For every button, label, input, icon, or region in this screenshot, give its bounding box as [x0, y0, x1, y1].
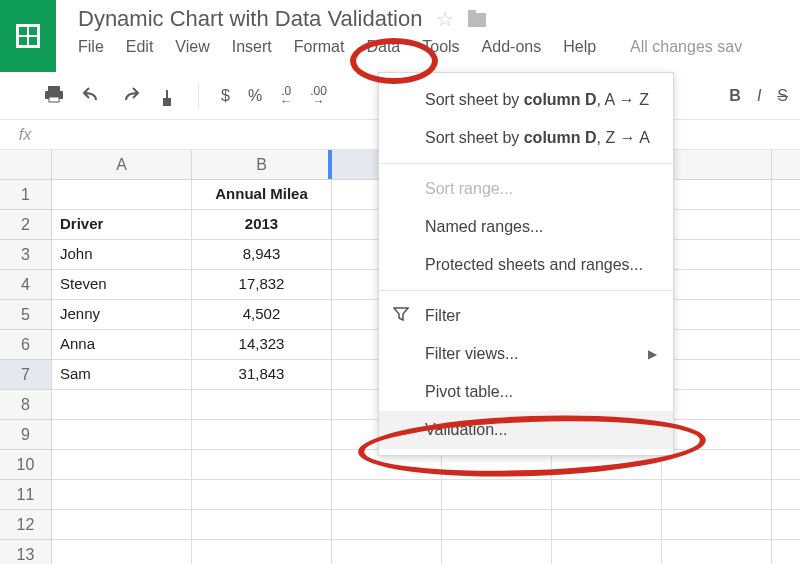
data-menu-protected-ranges[interactable]: Protected sheets and ranges... [379, 246, 673, 284]
bold-button[interactable]: B [729, 87, 741, 105]
cell[interactable] [552, 510, 662, 540]
col-head-a[interactable]: A [52, 150, 192, 180]
cell[interactable] [772, 300, 800, 330]
cell[interactable] [772, 480, 800, 510]
cell[interactable] [662, 180, 772, 210]
cell[interactable] [772, 510, 800, 540]
cell[interactable] [662, 420, 772, 450]
cell[interactable] [662, 360, 772, 390]
menu-edit[interactable]: Edit [126, 38, 154, 56]
cell[interactable]: Sam [52, 360, 192, 390]
cell[interactable] [52, 510, 192, 540]
cell[interactable] [662, 300, 772, 330]
cell[interactable] [772, 420, 800, 450]
cell[interactable]: 31,843 [192, 360, 332, 390]
doc-title[interactable]: Dynamic Chart with Data Validation [78, 6, 422, 32]
cell[interactable] [52, 540, 192, 564]
menu-format[interactable]: Format [294, 38, 345, 56]
select-all-corner[interactable] [0, 150, 52, 180]
cell[interactable] [662, 270, 772, 300]
cell[interactable]: 2013 [192, 210, 332, 240]
cell[interactable] [662, 510, 772, 540]
data-menu-sort-desc[interactable]: Sort sheet by column D, Z → A [379, 119, 673, 157]
row-head[interactable]: 11 [0, 480, 52, 510]
cell[interactable]: 4,502 [192, 300, 332, 330]
row-head[interactable]: 10 [0, 450, 52, 480]
column-resize-handle[interactable] [328, 150, 332, 179]
format-currency[interactable]: $ [221, 87, 230, 105]
row-head[interactable]: 5 [0, 300, 52, 330]
data-menu-sort-asc[interactable]: Sort sheet by column D, A → Z [379, 81, 673, 119]
cell[interactable] [772, 180, 800, 210]
cell[interactable]: 17,832 [192, 270, 332, 300]
cell[interactable] [52, 420, 192, 450]
data-menu-pivot-table[interactable]: Pivot table... [379, 373, 673, 411]
col-head-g[interactable] [772, 150, 800, 180]
cell[interactable] [52, 480, 192, 510]
row-head[interactable]: 6 [0, 330, 52, 360]
decrease-decimal-icon[interactable]: .0← [280, 86, 292, 106]
cell[interactable] [552, 480, 662, 510]
cell[interactable] [662, 390, 772, 420]
cell[interactable] [332, 510, 442, 540]
cell[interactable]: Annual Milea [192, 180, 332, 210]
row-head[interactable]: 1 [0, 180, 52, 210]
data-menu-filter[interactable]: Filter [379, 297, 673, 335]
cell[interactable] [52, 390, 192, 420]
row-head[interactable]: 4 [0, 270, 52, 300]
row-head[interactable]: 7 [0, 360, 52, 390]
cell[interactable] [552, 540, 662, 564]
row-head[interactable]: 2 [0, 210, 52, 240]
data-menu-named-ranges[interactable]: Named ranges... [379, 208, 673, 246]
folder-icon[interactable] [468, 13, 486, 27]
cell[interactable] [332, 480, 442, 510]
row-head[interactable]: 8 [0, 390, 52, 420]
cell[interactable] [772, 330, 800, 360]
cell[interactable] [52, 180, 192, 210]
cell[interactable] [662, 210, 772, 240]
redo-icon[interactable] [120, 86, 140, 106]
cell[interactable] [192, 450, 332, 480]
menu-tools[interactable]: Tools [422, 38, 459, 56]
star-icon[interactable]: ☆ [436, 7, 454, 31]
cell[interactable]: Driver [52, 210, 192, 240]
cell[interactable] [192, 540, 332, 564]
paint-format-icon[interactable] [158, 84, 176, 108]
cell[interactable] [772, 210, 800, 240]
italic-button[interactable]: I [757, 87, 761, 105]
menu-data[interactable]: Data [366, 38, 400, 56]
format-percent[interactable]: % [248, 87, 262, 105]
menu-insert[interactable]: Insert [232, 38, 272, 56]
cell[interactable] [662, 330, 772, 360]
cell[interactable] [192, 390, 332, 420]
cell[interactable] [772, 270, 800, 300]
cell[interactable] [192, 420, 332, 450]
cell[interactable] [192, 510, 332, 540]
data-menu-filter-views[interactable]: Filter views... ▶ [379, 335, 673, 373]
cell[interactable] [662, 480, 772, 510]
cell[interactable] [442, 510, 552, 540]
row-head[interactable]: 12 [0, 510, 52, 540]
data-menu-validation[interactable]: Validation... [379, 411, 673, 449]
cell[interactable]: Steven [52, 270, 192, 300]
cell[interactable]: Jenny [52, 300, 192, 330]
cell[interactable] [662, 240, 772, 270]
cell[interactable] [192, 480, 332, 510]
cell[interactable] [442, 480, 552, 510]
strikethrough-button[interactable]: S [777, 87, 788, 105]
cell[interactable] [772, 240, 800, 270]
menu-file[interactable]: File [78, 38, 104, 56]
col-head-f[interactable] [662, 150, 772, 180]
cell[interactable]: 14,323 [192, 330, 332, 360]
cell[interactable]: John [52, 240, 192, 270]
menu-addons[interactable]: Add-ons [482, 38, 542, 56]
cell[interactable] [332, 540, 442, 564]
menu-view[interactable]: View [175, 38, 209, 56]
row-head[interactable]: 3 [0, 240, 52, 270]
col-head-b[interactable]: B [192, 150, 332, 180]
cell[interactable] [772, 360, 800, 390]
print-icon[interactable] [44, 85, 64, 107]
cell[interactable] [52, 450, 192, 480]
cell[interactable] [662, 540, 772, 564]
cell[interactable]: Anna [52, 330, 192, 360]
